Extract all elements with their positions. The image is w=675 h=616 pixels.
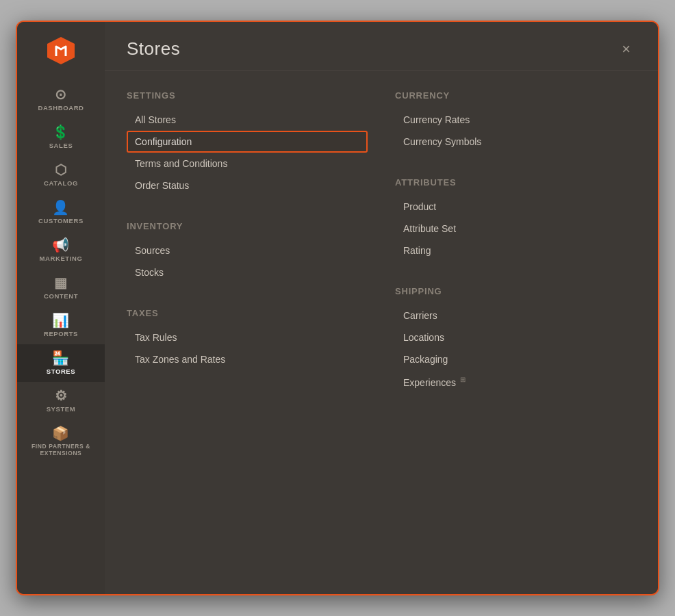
sidebar-item-label: FIND PARTNERS & EXTENSIONS xyxy=(20,443,102,457)
sidebar-item-label: MARKETING xyxy=(40,255,83,262)
sidebar-item-customers[interactable]: 👤 CUSTOMERS xyxy=(17,194,105,231)
sidebar-item-label: CUSTOMERS xyxy=(38,217,84,224)
attribute-set-link[interactable]: Attribute Set xyxy=(395,218,636,240)
modal-body: Settings All Stores Configuration Terms … xyxy=(105,71,658,594)
modal-title: Stores xyxy=(127,38,180,60)
stocks-link[interactable]: Stocks xyxy=(127,261,368,283)
sidebar-item-system[interactable]: ⚙ SYSTEM xyxy=(17,382,105,420)
settings-section: Settings All Stores Configuration Terms … xyxy=(127,88,368,196)
sidebar-item-label: SYSTEM xyxy=(47,405,76,413)
sidebar-item-sales[interactable]: 💲 SALES xyxy=(17,118,105,156)
stores-icon: 🏪 xyxy=(52,351,70,365)
shipping-section: Shipping Carriers Locations Packaging Ex… xyxy=(395,283,636,394)
product-link[interactable]: Product xyxy=(395,196,636,218)
sidebar-item-dashboard[interactable]: ⊙ DASHBOARD xyxy=(17,81,105,118)
system-icon: ⚙ xyxy=(55,389,68,402)
terms-and-conditions-link[interactable]: Terms and Conditions xyxy=(127,153,368,175)
svg-marker-0 xyxy=(47,37,75,64)
attributes-section: Attributes Product Attribute Set Rating xyxy=(395,175,636,261)
settings-section-title: Settings xyxy=(127,90,368,101)
order-status-link[interactable]: Order Status xyxy=(127,175,368,196)
shipping-section-title: Shipping xyxy=(395,286,636,296)
sidebar-item-label: REPORTS xyxy=(44,330,78,337)
configuration-link[interactable]: Configuration xyxy=(127,131,368,153)
sidebar-item-reports[interactable]: 📊 REPORTS xyxy=(17,307,105,344)
currency-section: Currency Currency Rates Currency Symbols xyxy=(395,88,636,153)
currency-rates-link[interactable]: Currency Rates xyxy=(395,109,636,131)
modal-container: ⊙ DASHBOARD 💲 SALES ⬡ CATALOG 👤 CUSTOMER… xyxy=(16,21,659,595)
left-column: Settings All Stores Configuration Terms … xyxy=(127,88,368,578)
sidebar-item-catalog[interactable]: ⬡ CATALOG xyxy=(17,156,105,194)
find-partners-icon: 📦 xyxy=(52,426,70,440)
experiences-link[interactable]: Experiences ⊞ xyxy=(395,370,636,394)
sidebar-item-marketing[interactable]: 📢 MARKETING xyxy=(17,231,105,269)
content-icon: ▦ xyxy=(54,276,68,290)
currency-symbols-link[interactable]: Currency Symbols xyxy=(395,131,636,153)
marketing-icon: 📢 xyxy=(52,238,70,252)
magento-logo[interactable] xyxy=(43,33,79,68)
sales-icon: 💲 xyxy=(52,125,70,139)
sources-link[interactable]: Sources xyxy=(127,240,368,261)
locations-link[interactable]: Locations xyxy=(395,326,636,348)
inventory-section: Inventory Sources Stocks xyxy=(127,218,368,283)
sidebar-item-label: CONTENT xyxy=(44,292,78,300)
taxes-section: Taxes Tax Rules Tax Zones and Rates xyxy=(127,305,368,370)
packaging-link[interactable]: Packaging xyxy=(395,348,636,370)
outer-frame: ⊙ DASHBOARD 💲 SALES ⬡ CATALOG 👤 CUSTOMER… xyxy=(0,0,675,616)
attributes-section-title: Attributes xyxy=(395,177,636,188)
sidebar-item-label: STORES xyxy=(47,368,76,375)
sidebar: ⊙ DASHBOARD 💲 SALES ⬡ CATALOG 👤 CUSTOMER… xyxy=(17,22,105,594)
dashboard-icon: ⊙ xyxy=(55,88,67,101)
reports-icon: 📊 xyxy=(52,313,70,327)
sidebar-item-label: SALES xyxy=(49,142,73,149)
currency-section-title: Currency xyxy=(395,90,636,101)
sidebar-item-label: DASHBOARD xyxy=(38,104,84,112)
tax-rules-link[interactable]: Tax Rules xyxy=(127,326,368,348)
external-icon: ⊞ xyxy=(460,376,466,383)
modal-header: Stores × xyxy=(105,22,658,71)
close-button[interactable]: × xyxy=(616,39,636,60)
carriers-link[interactable]: Carriers xyxy=(395,305,636,326)
all-stores-link[interactable]: All Stores xyxy=(127,109,368,131)
main-content: Stores × Settings All Stores Configurati… xyxy=(105,22,658,594)
catalog-icon: ⬡ xyxy=(55,163,67,177)
rating-link[interactable]: Rating xyxy=(395,240,636,261)
sidebar-item-find-partners[interactable]: 📦 FIND PARTNERS & EXTENSIONS xyxy=(17,420,105,463)
sidebar-item-stores[interactable]: 🏪 STORES xyxy=(17,344,105,382)
right-column: Currency Currency Rates Currency Symbols… xyxy=(395,88,636,578)
taxes-section-title: Taxes xyxy=(127,308,368,318)
customers-icon: 👤 xyxy=(52,201,70,214)
sidebar-item-content[interactable]: ▦ CONTENT xyxy=(17,269,105,307)
tax-zones-and-rates-link[interactable]: Tax Zones and Rates xyxy=(127,348,368,370)
sidebar-item-label: CATALOG xyxy=(44,179,78,187)
inventory-section-title: Inventory xyxy=(127,221,368,231)
